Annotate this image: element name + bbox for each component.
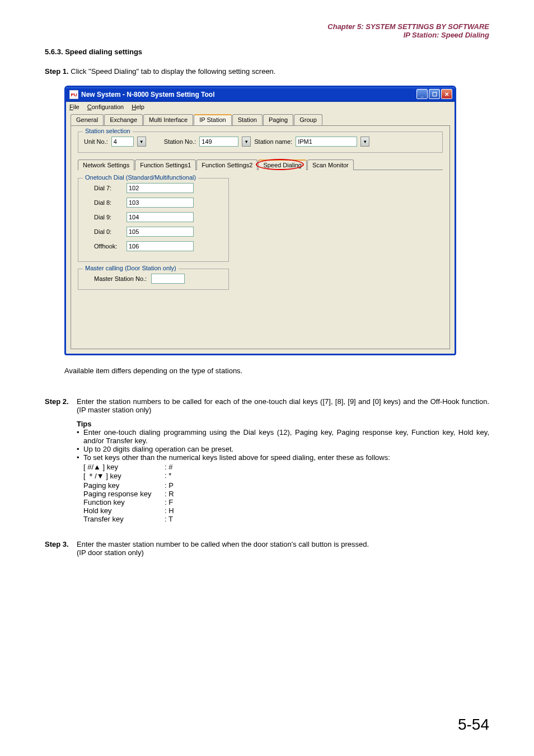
- tab-general[interactable]: General: [71, 114, 104, 125]
- offhook-label: Offhook:: [94, 243, 121, 250]
- chapter-line2: IP Station: Speed Dialing: [45, 31, 489, 39]
- tips-heading: Tips: [77, 420, 489, 428]
- tab-paging[interactable]: Paging: [263, 114, 293, 125]
- dial9-row: Dial 9:: [84, 212, 223, 222]
- masterstation-input[interactable]: [151, 274, 185, 284]
- tabpanel-ipstation: Station selection Unit No.: ▼ Station No…: [71, 125, 450, 349]
- tab-ipstation[interactable]: IP Station: [194, 114, 232, 125]
- page-number: 5-54: [458, 716, 489, 734]
- dial7-input[interactable]: [127, 183, 194, 193]
- window-title: New System - N-8000 System Setting Tool: [81, 91, 215, 98]
- dial9-input[interactable]: [127, 212, 194, 222]
- speeddialing-panel: Onetouch Dial (Standard/Multifunctional)…: [78, 170, 443, 290]
- dial0-label: Dial 0:: [94, 228, 121, 235]
- key-name: Function key: [83, 498, 165, 506]
- station-no-dropdown[interactable]: ▼: [242, 137, 251, 147]
- step3-line2: (IP door station only): [77, 548, 369, 557]
- dial7-label: Dial 7:: [94, 185, 121, 191]
- window-controls: _ ☐ ✕: [416, 89, 452, 99]
- step1: Step 1. Click "Speed Dialing" tab to dis…: [45, 67, 489, 76]
- mastercalling-fieldset: Master calling (Door Station only) Maste…: [78, 269, 229, 290]
- main-tabstrip: General Exchange Multi Interface IP Stat…: [71, 114, 450, 125]
- step2-text: Enter the station numbers to be called f…: [77, 397, 489, 414]
- subtab-function2[interactable]: Function Settings2: [196, 159, 257, 170]
- station-name-label: Station name:: [254, 138, 292, 145]
- close-button[interactable]: ✕: [441, 89, 452, 99]
- dial0-row: Dial 0:: [84, 227, 223, 237]
- station-no-input[interactable]: [199, 137, 238, 147]
- section-heading: 5.6.3. Speed dialing settings: [45, 48, 489, 56]
- step2: Step 2. Enter the station numbers to be …: [45, 397, 489, 523]
- key-name: Paging response key: [83, 490, 165, 498]
- subtab-function1[interactable]: Function Settings1: [135, 159, 196, 170]
- tab-station[interactable]: Station: [232, 114, 263, 125]
- station-name-input[interactable]: [296, 137, 357, 147]
- step1-text: Click "Speed Dialing" tab to display the…: [71, 67, 275, 76]
- menubar: File Configuration Help: [66, 102, 455, 112]
- bullet-icon: •: [77, 445, 83, 453]
- menu-file[interactable]: File: [69, 104, 79, 110]
- station-selection-legend: Station selection: [83, 128, 133, 134]
- tab-exchange[interactable]: Exchange: [104, 114, 143, 125]
- key-name: Paging key: [83, 481, 165, 490]
- key-val: : *: [165, 471, 171, 481]
- step3-line1: Enter the master station number to be ca…: [77, 540, 369, 548]
- tip1: Enter one-touch dialing programming usin…: [83, 428, 489, 445]
- available-note: Available item differs depending on the …: [64, 367, 489, 375]
- key-val: : R: [165, 490, 174, 498]
- onetouch-legend: Onetouch Dial (Standard/Multifunctional): [83, 174, 198, 181]
- dial9-label: Dial 9:: [94, 214, 121, 220]
- dial8-row: Dial 8:: [84, 198, 223, 208]
- key-val: : H: [165, 506, 174, 515]
- subtab-network[interactable]: Network Settings: [78, 159, 134, 170]
- unit-no-dropdown[interactable]: ▼: [137, 137, 146, 147]
- tab-multiinterface[interactable]: Multi Interface: [143, 114, 193, 125]
- step1-label: Step 1.: [45, 67, 69, 76]
- offhook-input[interactable]: [127, 241, 194, 251]
- key-val: : P: [165, 481, 174, 490]
- tips-list: •Enter one-touch dialing programming usi…: [77, 428, 489, 462]
- dial7-row: Dial 7:: [84, 183, 223, 193]
- dial0-input[interactable]: [127, 227, 194, 237]
- station-no-label: Station No.:: [164, 138, 196, 145]
- step3: Step 3. Enter the master station number …: [45, 540, 489, 557]
- app-window: PU New System - N-8000 System Setting To…: [64, 86, 456, 355]
- chapter-line1: Chapter 5: SYSTEM SETTINGS BY SOFTWARE: [45, 22, 489, 31]
- key-name: [ #/▲ ] key: [83, 463, 165, 471]
- key-name: Transfer key: [83, 515, 165, 523]
- key-val: : #: [165, 463, 172, 471]
- bullet-icon: •: [77, 453, 83, 462]
- station-selection-row: Unit No.: ▼ Station No.: ▼ Station name:…: [84, 137, 437, 147]
- station-name-dropdown[interactable]: ▼: [360, 137, 369, 147]
- subtab-speeddialing[interactable]: Speed Dialing: [258, 159, 307, 170]
- minimize-button[interactable]: _: [416, 89, 428, 99]
- menu-configuration[interactable]: Configuration: [87, 104, 124, 110]
- tip3: To set keys other than the numerical key…: [83, 453, 390, 462]
- step3-label: Step 3.: [45, 540, 77, 557]
- mastercalling-legend: Master calling (Door Station only): [83, 265, 179, 271]
- key-name: Hold key: [83, 506, 165, 515]
- master-row: Master Station No.:: [84, 274, 223, 284]
- onetouch-fieldset: Onetouch Dial (Standard/Multifunctional)…: [78, 178, 229, 262]
- bullet-icon: •: [77, 428, 83, 436]
- maximize-button[interactable]: ☐: [429, 89, 440, 99]
- chapter-header: Chapter 5: SYSTEM SETTINGS BY SOFTWARE I…: [45, 22, 489, 39]
- key-table: [ #/▲ ] key: # [ ＊/▼ ] key: * Paging key…: [83, 463, 489, 523]
- app-icon: PU: [69, 90, 78, 99]
- unit-no-label: Unit No.:: [84, 138, 108, 145]
- offhook-row: Offhook:: [84, 241, 223, 251]
- tip2: Up to 20 digits dialing operation can be…: [83, 445, 233, 453]
- unit-no-input[interactable]: [111, 137, 134, 147]
- masterstation-label: Master Station No.:: [94, 275, 147, 282]
- subtab-scanmonitor[interactable]: Scan Monitor: [307, 159, 354, 170]
- key-val: : F: [165, 498, 173, 506]
- menu-help[interactable]: Help: [132, 104, 144, 110]
- key-val: : T: [165, 515, 173, 523]
- dial8-label: Dial 8:: [94, 199, 121, 206]
- sub-tabstrip: Network Settings Function Settings1 Func…: [78, 159, 443, 170]
- dial8-input[interactable]: [127, 198, 194, 208]
- station-selection-fieldset: Station selection Unit No.: ▼ Station No…: [78, 132, 443, 153]
- titlebar: PU New System - N-8000 System Setting To…: [66, 87, 455, 102]
- step2-label: Step 2.: [45, 397, 77, 414]
- tab-group[interactable]: Group: [294, 114, 322, 125]
